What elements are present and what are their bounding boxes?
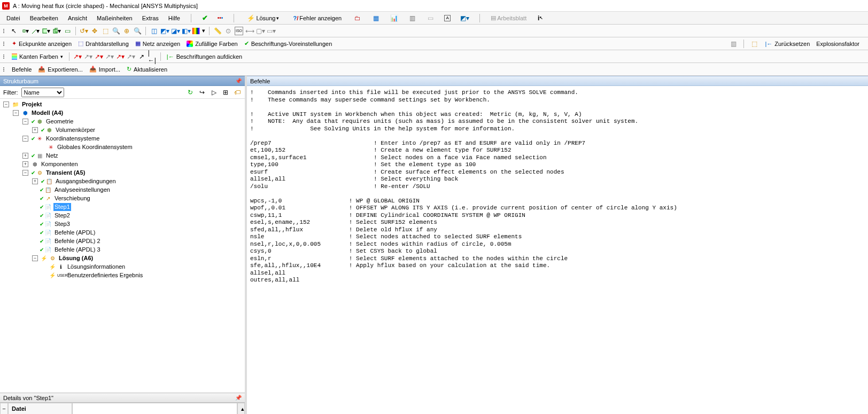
tree-analysis-settings[interactable]: ✔📋Analyseeinstellungen — [3, 185, 245, 194]
toolbar-icon-7[interactable]: ◩▾ — [460, 14, 469, 22]
export-button[interactable]: 📤Exportieren... — [36, 65, 84, 74]
tool-pan[interactable]: ✥ — [90, 27, 99, 35]
tree-displacement[interactable]: ✔↗Verschiebung — [3, 194, 245, 202]
tool-dim[interactable]: ⟷ — [245, 27, 254, 35]
tool-view-4[interactable]: ◧▾ — [182, 27, 190, 35]
tree-model[interactable]: −⬢Modell (A4) — [3, 108, 245, 117]
toolbar-icon-1[interactable]: 🗀 — [353, 14, 362, 22]
toolbar-icon-5[interactable]: ▭ — [426, 14, 435, 22]
annotation-prefs-button[interactable]: ✔Beschriftungs-Voreinstellungen — [242, 39, 335, 48]
tool-view-2[interactable]: ◩▾ — [160, 27, 169, 35]
edge-style-5[interactable]: ↗▾ — [116, 52, 125, 61]
tool-select-vertex[interactable]: ▾ — [20, 27, 29, 35]
tool-iso[interactable]: ISO — [235, 27, 243, 35]
refresh-button[interactable]: ↻Aktualisieren — [125, 65, 169, 74]
details-expand[interactable]: − — [0, 403, 8, 414]
menu-masseinheiten[interactable]: Maßeinheiten — [97, 15, 133, 21]
filter-select[interactable]: Name — [21, 88, 64, 97]
tree-user-result[interactable]: ⚡USERBenutzerdefiniertes Ergebnis — [3, 271, 245, 279]
tool-select-edge[interactable]: ▾ — [31, 27, 40, 35]
tree-global-coord[interactable]: ✳Globales Koordinatensystem — [3, 143, 245, 151]
details-datei-value[interactable] — [72, 403, 237, 414]
tool-rotate[interactable]: ↺▾ — [80, 27, 88, 35]
tool-zoom[interactable]: 🔍 — [112, 27, 120, 35]
edge-style-8[interactable]: |←| — [148, 52, 157, 61]
edge-colors-button[interactable]: Kanten Farben▾ — [10, 52, 65, 61]
menu-extras[interactable]: Extras — [142, 15, 159, 21]
tree-volume[interactable]: +✔⬢Volumenkörper — [3, 126, 245, 134]
import-button[interactable]: 📥Import... — [87, 65, 122, 74]
tool-camera[interactable]: ▢▾ — [256, 27, 265, 35]
tree-step3[interactable]: ✔📄Step3 — [3, 220, 245, 228]
tool-ruler[interactable]: 📏 — [213, 27, 222, 35]
checkmark-icon[interactable]: ✔ — [202, 14, 208, 22]
tool-select-face[interactable]: ▾ — [42, 27, 50, 35]
wireframe-button[interactable]: ⬚Drahtdarstellung — [76, 39, 131, 48]
edge-style-4[interactable]: ↗▾ — [105, 52, 114, 61]
toolbar-icon-3[interactable]: 📊 — [390, 14, 398, 22]
tree-solution[interactable]: −⚡⚙Lösung (A6) — [3, 254, 245, 262]
commands-label-btn[interactable]: Befehle — [10, 65, 34, 74]
show-errors-button[interactable]: ?/ Fehler anzeigen — [291, 14, 344, 22]
toolbar-grip-4[interactable] — [3, 67, 6, 72]
toolbar-grip-2[interactable] — [3, 42, 6, 46]
dots-icon[interactable]: ••• — [218, 15, 223, 21]
tree-solution-info[interactable]: ⚡ℹLösungsinformationen — [3, 262, 245, 271]
section-icon[interactable]: ▥ — [729, 40, 738, 48]
tree-project[interactable]: −📁Projekt — [3, 100, 245, 108]
filter-icon-refresh[interactable]: ↻ — [186, 88, 195, 97]
show-mesh-button[interactable]: ▦Netz anzeigen — [133, 39, 182, 48]
tree-geometry[interactable]: −✔⬢Geometrie — [3, 117, 245, 126]
details-pin-icon[interactable]: 📌 — [235, 395, 242, 401]
edge-style-7[interactable]: ↗ — [137, 52, 146, 61]
tool-view-1[interactable]: ◫ — [150, 27, 158, 35]
toolbar-grip[interactable] — [3, 29, 6, 33]
tree-apdl1[interactable]: ✔📄Befehle (APDL) — [3, 228, 245, 237]
tree-apdl3[interactable]: ✔📄Befehle (APDL) 3 — [3, 245, 245, 254]
toolbar-icon-2[interactable]: ▦ — [371, 14, 380, 22]
toolbar-icon-6[interactable]: A — [444, 15, 451, 21]
assembly-icon[interactable]: ⬚ — [750, 40, 758, 48]
show-vertices-button[interactable]: ✦Eckpunkte anzeigen — [10, 39, 74, 48]
tool-zoom-box[interactable]: ⬚ — [101, 27, 110, 35]
tree-apdl2[interactable]: ✔📄Befehle (APDL) 2 — [3, 237, 245, 245]
menu-ansicht[interactable]: Ansicht — [68, 15, 87, 21]
filter-icon-next[interactable]: ▷ — [210, 88, 218, 97]
tree-step1[interactable]: ✔📄Step1 — [3, 202, 245, 211]
tool-select-body[interactable]: ▾ — [52, 27, 61, 35]
outline-tree[interactable]: −📁Projekt −⬢Modell (A4) −✔⬢Geometrie +✔⬢… — [0, 99, 245, 393]
tool-probe[interactable]: ⊙ — [224, 27, 232, 35]
toolbar-icon-4[interactable]: ▥ — [408, 14, 416, 22]
tool-pointer[interactable]: ↖ — [10, 27, 18, 35]
pin-icon[interactable]: 📌 — [235, 78, 242, 84]
info-cursor-icon[interactable]: i↖ — [536, 14, 545, 22]
filter-icon-tag[interactable]: 🏷 — [233, 88, 242, 97]
tree-mesh[interactable]: +✔▦Netz — [3, 151, 245, 160]
commands-code-view[interactable]: ! Commands inserted into this file will … — [247, 86, 868, 414]
tool-select-box[interactable]: ▭ — [63, 27, 72, 35]
tree-step2[interactable]: ✔📄Step2 — [3, 211, 245, 220]
toolbar-grip-3[interactable] — [3, 54, 6, 59]
reset-view-button[interactable]: |←Zurücksetzen — [763, 40, 812, 48]
tree-coordsys[interactable]: −✔✳Koordinatensysteme — [3, 134, 245, 143]
thicken-labels-button[interactable]: |←Beschriftungen aufdicken — [165, 52, 244, 61]
filter-icon-collapse[interactable]: ⊞ — [221, 88, 230, 97]
filter-icon-expand[interactable]: ↪ — [198, 88, 206, 97]
tree-initial-cond[interactable]: +✔📋Ausgangsbedingungen — [3, 177, 245, 185]
tool-palette[interactable] — [192, 28, 200, 34]
menu-bearbeiten[interactable]: Bearbeiten — [30, 15, 58, 21]
details-scroll[interactable]: ▴ — [237, 403, 245, 414]
menu-datei[interactable]: Datei — [6, 15, 20, 21]
edge-style-3[interactable]: ↗▾ — [95, 52, 103, 61]
edge-style-2[interactable]: ↗▾ — [84, 52, 92, 61]
tool-light[interactable]: ▭▾ — [267, 27, 275, 35]
edge-style-1[interactable]: ↗▾ — [73, 52, 82, 61]
solve-button[interactable]: ⚡ Lösung ▾ — [245, 13, 281, 23]
tool-zoom-fit[interactable]: ⊕ — [122, 27, 131, 35]
tree-components[interactable]: +⬢Komponenten — [3, 160, 245, 168]
edge-style-6[interactable]: ↗▾ — [127, 52, 135, 61]
tool-view-3[interactable]: ◪▾ — [171, 27, 180, 35]
random-colors-button[interactable]: Zufällige Farben — [184, 40, 240, 48]
menu-hilfe[interactable]: Hilfe — [168, 15, 180, 21]
tree-transient[interactable]: −✔⚙Transient (A5) — [3, 168, 245, 177]
